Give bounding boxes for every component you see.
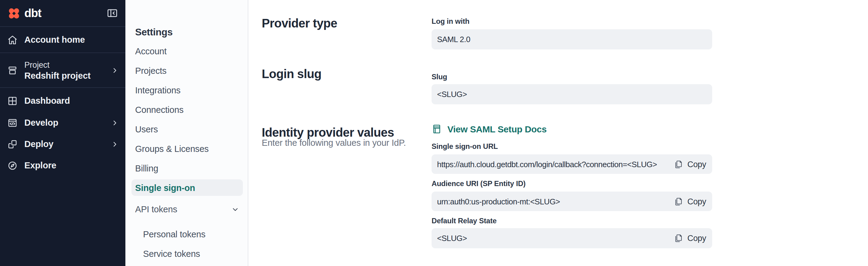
settings-item-connections[interactable]: Connections [135,104,184,115]
sidebar-project-kicker: Project [24,60,91,70]
active-item-label: Single sign-on [135,183,195,192]
docs-icon [432,124,442,134]
code-window-icon [7,117,18,128]
copy-relay-state-button[interactable]: Copy [669,234,706,243]
login-with-label: Log in with [432,17,469,26]
audience-uri-label: Audience URI (SP Entity ID) [432,179,526,188]
compass-icon [7,160,18,170]
chevron-right-icon [112,141,118,147]
sidebar-item-account-home[interactable]: Account home [0,27,125,53]
collapse-sidebar-icon[interactable] [106,7,118,19]
audience-uri-value: urn:auth0:us-production-mt:<SLUG> [437,197,560,206]
sidebar-project-name: Redshift project [24,71,91,81]
sidebar-item-project[interactable]: Project Redshift project [0,54,125,88]
settings-item-service-tokens[interactable]: Service tokens [143,248,200,259]
sso-url-label: Single sign-on URL [432,142,498,151]
sidebar-item-develop[interactable]: Develop [0,112,125,134]
copy-audience-uri-button[interactable]: Copy [669,197,706,206]
default-relay-state-label: Default Relay State [432,217,497,225]
settings-item-billing[interactable]: Billing [135,163,158,174]
login-with-field[interactable]: SAML 2.0 [432,29,712,49]
settings-nav-panel: Settings Account Projects Integrations C… [125,0,248,266]
settings-item-api-tokens[interactable]: API tokens [135,202,239,217]
settings-item-single-sign-on[interactable]: Single sign-on [131,179,243,196]
sidebar-project-text: Project Redshift project [24,60,91,81]
default-relay-state-value: <SLUG> [437,234,467,243]
sidebar-item-label: Deploy [24,139,54,149]
provider-type-heading: Provider type [262,17,337,30]
home-icon [7,34,18,45]
settings-item-personal-tokens[interactable]: Personal tokens [143,229,206,240]
sidebar-item-explore[interactable]: Explore [0,154,125,176]
chevron-right-icon [112,67,118,74]
copy-label: Copy [687,197,706,206]
dbt-logo-icon [7,6,21,20]
sidebar-item-label: Develop [24,118,58,128]
settings-item-account[interactable]: Account [135,46,166,57]
settings-title: Settings [135,27,173,38]
brand-name: dbt [24,6,41,20]
sidebar-item-label: Account home [24,35,85,45]
docs-link-label: View SAML Setup Docs [447,124,547,134]
sso-url-field: https://auth.cloud.getdbt.com/login/call… [432,154,712,174]
settings-item-projects[interactable]: Projects [135,65,166,76]
idp-values-description: Enter the following values in your IdP. [262,138,406,148]
chevron-right-icon [112,119,118,126]
sidebar-item-dashboard[interactable]: Dashboard [0,90,125,112]
app-window: dbt Account home [0,0,868,266]
sidebar-item-deploy[interactable]: Deploy [0,133,125,155]
copy-label: Copy [687,234,706,243]
view-saml-setup-docs-link[interactable]: View SAML Setup Docs [432,124,547,134]
sidebar-item-label: Explore [24,160,56,170]
logo-row: dbt [0,0,125,27]
audience-uri-field: urn:auth0:us-production-mt:<SLUG> Copy [432,192,712,211]
settings-item-users[interactable]: Users [135,124,158,135]
login-with-value: SAML 2.0 [437,35,470,44]
chevron-down-icon [231,205,239,213]
copy-sso-url-button[interactable]: Copy [669,160,706,169]
slug-label: Slug [432,73,447,81]
default-relay-state-field: <SLUG> Copy [432,228,712,248]
slug-value: <SLUG> [437,90,467,99]
primary-sidebar: dbt Account home [0,0,125,266]
main-content: Provider type Log in with SAML 2.0 Login… [249,0,868,266]
settings-item-groups-licenses[interactable]: Groups & Licenses [135,143,209,154]
dashboard-grid-icon [7,96,18,106]
login-slug-heading: Login slug [262,67,321,81]
deploy-squares-icon [7,139,18,149]
settings-item-integrations[interactable]: Integrations [135,85,181,96]
project-box-icon [7,65,18,76]
slug-field[interactable]: <SLUG> [432,84,712,104]
sidebar-item-label: Dashboard [24,96,70,106]
copy-label: Copy [687,160,706,169]
api-tokens-label: API tokens [135,204,177,214]
sso-url-value: https://auth.cloud.getdbt.com/login/call… [437,160,657,169]
